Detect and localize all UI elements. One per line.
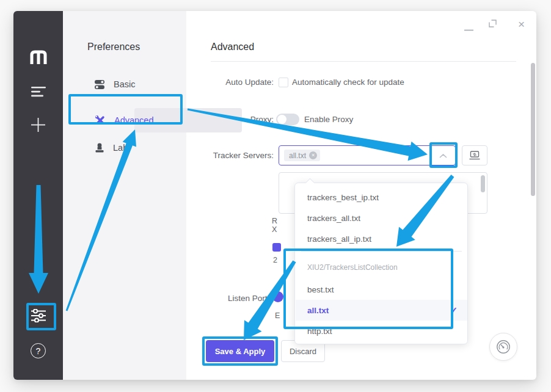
sidebar-item-advanced[interactable]: Advanced (95, 111, 192, 130)
help-question-glyph: ? (31, 343, 46, 358)
dropdown-divider (301, 251, 462, 252)
sync-trackers-button[interactable] (462, 145, 487, 165)
tag-remove-icon[interactable]: × (309, 151, 317, 159)
app-window: ? Preferences Basic Advanced (13, 11, 536, 380)
dropdown-option[interactable]: trackers_best_ip.txt (296, 187, 467, 208)
auto-update-label: Auto Update: (194, 78, 274, 87)
dropdown-option[interactable]: best.txt (296, 279, 467, 300)
app-rail: ? (13, 11, 63, 380)
proxy-text: Enable Proxy (304, 115, 353, 124)
motrix-logo-icon (13, 49, 63, 65)
dropdown-option[interactable]: http.txt (296, 321, 467, 341)
option-label: trackers_all_ip.txt (307, 234, 371, 244)
option-label: all.txt (307, 306, 329, 315)
dropdown-group-label: XIU2/TrackersListCollection (307, 263, 398, 272)
proxy-toggle[interactable] (276, 114, 299, 125)
sidebar-item-basic[interactable]: Basic (95, 74, 192, 94)
textarea-scrollbar[interactable] (481, 175, 485, 192)
sidebar-item-label: Lab (113, 143, 128, 153)
option-label: best.txt (307, 285, 334, 294)
speed-limit-button[interactable] (489, 333, 517, 361)
hidden-toggle-fragment (272, 291, 283, 302)
save-apply-button[interactable]: Save & Apply (206, 340, 274, 362)
main-scrollbar[interactable] (531, 63, 535, 196)
speedometer-icon (495, 339, 511, 355)
maximize-button[interactable] (489, 19, 497, 30)
sidebar-item-label: Advanced (114, 115, 154, 125)
toggle-knob (277, 115, 286, 124)
sync-icon (469, 151, 480, 160)
task-list-icon[interactable] (13, 87, 63, 97)
sidebar-item-lab[interactable]: Lab (95, 138, 192, 158)
wrench-icon (95, 115, 106, 126)
preferences-nav-icon[interactable] (13, 309, 63, 322)
option-label: trackers_all.txt (307, 214, 360, 223)
option-label: trackers_best_ip.txt (307, 193, 379, 202)
tracker-servers-label: Tracker Servers: (194, 151, 274, 160)
dropdown-option-selected[interactable]: all.txt ✓ (296, 300, 467, 321)
check-icon: ✓ (450, 305, 458, 315)
chevron-up-icon[interactable] (439, 154, 447, 158)
preferences-panel: Preferences Basic Advanced (63, 11, 186, 380)
help-icon[interactable]: ? (13, 343, 63, 358)
preferences-title: Preferences (87, 42, 140, 53)
listen-ports-label: Listen Ports: (194, 294, 274, 303)
hidden-text-fragment: 2 (273, 256, 277, 264)
dropdown-option[interactable]: trackers_all.txt (296, 208, 467, 228)
page-title: Advanced (211, 42, 254, 53)
hidden-text-fragment: E (275, 311, 280, 320)
toggles-icon (95, 79, 105, 90)
close-button[interactable]: × (518, 18, 525, 31)
proxy-label: Proxy: (194, 115, 274, 124)
hidden-text-fragment: R (272, 217, 277, 225)
hidden-checkbox-fragment (272, 243, 281, 252)
minimize-button[interactable] (464, 23, 473, 34)
hidden-text-fragment: X (272, 225, 277, 234)
tracker-servers-select[interactable]: all.txt × (279, 145, 456, 165)
auto-update-text: Automatically check for update (292, 78, 404, 87)
dropdown-option[interactable]: trackers_all_ip.txt (296, 228, 467, 249)
divider (211, 61, 516, 62)
lab-stamp-icon (95, 143, 104, 153)
tag-label: all.txt (289, 151, 306, 160)
selected-tag: all.txt × (284, 150, 320, 161)
auto-update-checkbox[interactable] (279, 78, 288, 87)
tracker-dropdown: trackers_best_ip.txt trackers_all.txt tr… (294, 183, 468, 344)
sidebar-item-label: Basic (114, 79, 135, 89)
add-task-icon[interactable] (13, 118, 63, 132)
option-label: http.txt (307, 327, 332, 336)
